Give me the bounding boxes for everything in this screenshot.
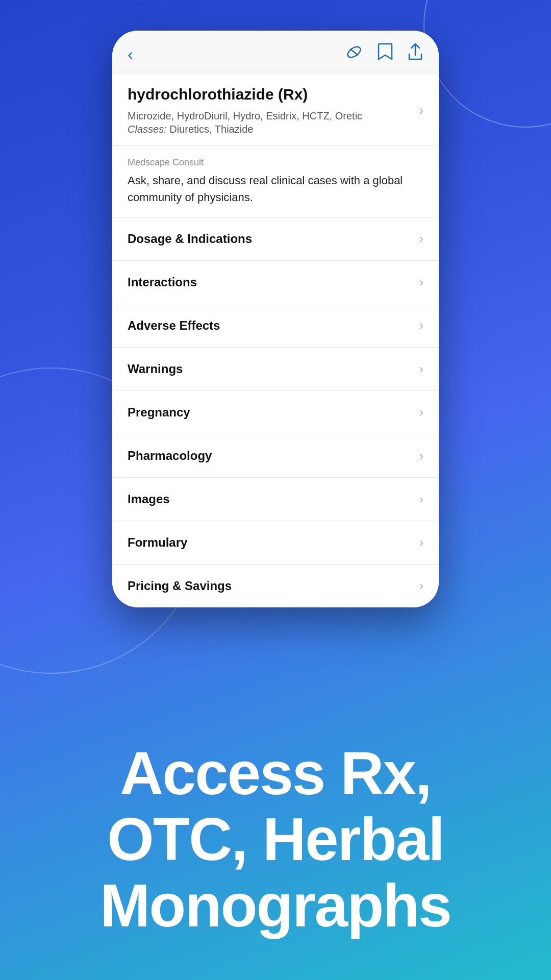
menu-item-label-pregnancy: Pregnancy [128, 405, 190, 420]
drug-aliases: Microzide, HydroDiuril, Hydro, Esidrix, … [128, 108, 411, 124]
consult-label: Medscape Consult [128, 157, 423, 168]
drug-info: hydrochlorothiazide (Rx) Microzide, Hydr… [128, 86, 411, 135]
bookmark-icon[interactable] [378, 43, 393, 65]
share-icon[interactable] [407, 43, 423, 65]
drug-header[interactable]: hydrochlorothiazide (Rx) Microzide, Hydr… [112, 74, 439, 146]
menu-item-pregnancy[interactable]: Pregnancy› [112, 391, 439, 434]
menu-item-chevron-pregnancy: › [419, 405, 423, 420]
menu-item-label-formulary: Formulary [128, 535, 187, 550]
menu-item-chevron-pharmacology: › [419, 449, 423, 463]
menu-item-dosage[interactable]: Dosage & Indications› [112, 217, 439, 261]
pill-icon[interactable] [345, 43, 363, 65]
drug-header-chevron: › [419, 104, 423, 118]
menu-item-label-interactions: Interactions [128, 275, 197, 289]
menu-item-chevron-formulary: › [419, 535, 423, 550]
drug-name: hydrochlorothiazide (Rx) [128, 86, 411, 103]
menu-item-pharmacology[interactable]: Pharmacology› [112, 434, 439, 478]
menu-item-chevron-dosage: › [419, 232, 423, 246]
phone-screen: ‹ [112, 31, 439, 607]
menu-item-warnings[interactable]: Warnings› [112, 348, 439, 391]
drug-classes: Classes: Diuretics, Thiazide [128, 124, 411, 135]
phone-topbar: ‹ [112, 31, 439, 74]
menu-item-chevron-interactions: › [419, 275, 423, 289]
menu-item-images[interactable]: Images› [112, 478, 439, 521]
menu-item-chevron-warnings: › [419, 362, 423, 376]
classes-label: Classes: [128, 124, 167, 135]
bottom-text-block: Access Rx, OTC, Herbal Monographs [0, 741, 551, 939]
topbar-icons [345, 43, 423, 65]
menu-item-label-pharmacology: Pharmacology [128, 449, 212, 463]
menu-item-formulary[interactable]: Formulary› [112, 521, 439, 565]
menu-list: Dosage & Indications›Interactions›Advers… [112, 217, 439, 607]
menu-item-label-images: Images [128, 492, 170, 506]
bottom-heading-line1: Access Rx, OTC, Herbal Monographs [41, 741, 510, 939]
classes-value: Diuretics, Thiazide [169, 124, 253, 135]
svg-line-1 [350, 49, 358, 55]
menu-item-label-adverse-effects: Adverse Effects [128, 318, 220, 333]
menu-item-chevron-adverse-effects: › [419, 318, 423, 333]
back-button[interactable]: ‹ [128, 46, 133, 62]
menu-item-pricing[interactable]: Pricing & Savings› [112, 565, 439, 607]
menu-item-chevron-pricing: › [419, 579, 423, 593]
consult-text: Ask, share, and discuss real clinical ca… [128, 172, 423, 206]
menu-item-chevron-images: › [419, 492, 423, 506]
menu-item-adverse-effects[interactable]: Adverse Effects› [112, 304, 439, 348]
menu-item-label-dosage: Dosage & Indications [128, 232, 252, 246]
consult-section: Medscape Consult Ask, share, and discuss… [112, 146, 439, 217]
menu-item-label-pricing: Pricing & Savings [128, 579, 232, 593]
menu-item-label-warnings: Warnings [128, 362, 183, 376]
phone-mockup: ‹ [112, 31, 439, 607]
menu-item-interactions[interactable]: Interactions› [112, 261, 439, 304]
bg-curve-top [423, 0, 551, 128]
